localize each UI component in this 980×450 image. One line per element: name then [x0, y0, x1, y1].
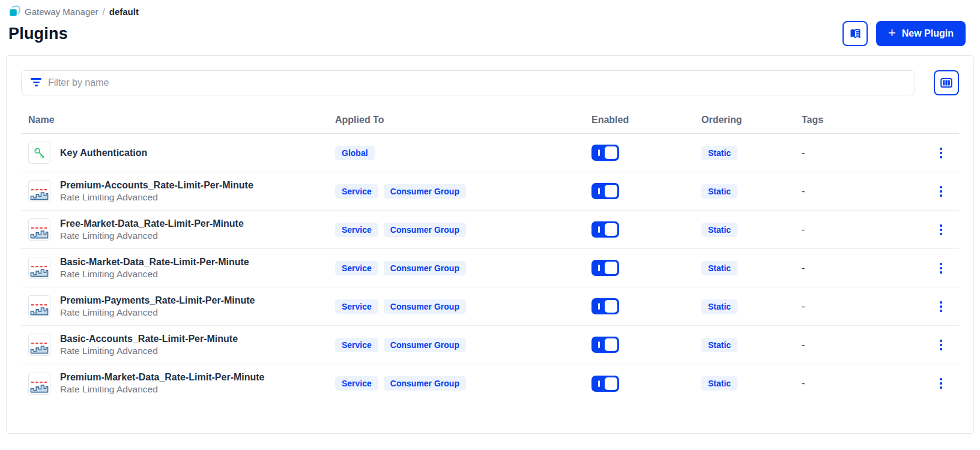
applied-to-badge: Service — [335, 184, 378, 199]
applied-to-badge: Consumer Group — [384, 338, 466, 352]
breadcrumb-separator: / — [103, 7, 105, 17]
enabled-toggle[interactable] — [591, 376, 619, 392]
breadcrumb: Gateway Manager / default — [8, 5, 972, 18]
filter-by-name-input[interactable] — [21, 70, 915, 95]
applied-to-badge: Service — [335, 338, 378, 352]
name-cell: Free-Market-Data_Rate-Limit-Per-Minute R… — [21, 212, 328, 248]
applied-to-cell: Global — [328, 146, 584, 160]
tags-value: - — [802, 148, 805, 158]
kebab-menu-icon[interactable] — [937, 299, 945, 314]
enabled-toggle[interactable] — [591, 260, 619, 276]
tags-cell: - — [794, 340, 895, 350]
column-visibility-button[interactable] — [934, 70, 959, 95]
table-row[interactable]: Premium-Market-Data_Rate-Limit-Per-Minut… — [21, 364, 959, 403]
documentation-button[interactable] — [842, 21, 868, 46]
name-cell: Key Authentication — [21, 135, 328, 170]
enabled-cell — [584, 183, 694, 199]
applied-to-badge: Global — [335, 146, 375, 160]
row-actions-cell — [895, 184, 959, 199]
ordering-cell: Static — [694, 299, 794, 314]
table-row[interactable]: Premium-Payments_Rate-Limit-Per-Minute R… — [21, 287, 959, 326]
table-row[interactable]: Basic-Market-Data_Rate-Limit-Per-Minute … — [21, 249, 959, 287]
enabled-toggle[interactable] — [591, 145, 619, 161]
toggle-knob — [605, 300, 617, 313]
toggle-on-mark — [598, 265, 600, 271]
enabled-toggle[interactable] — [591, 183, 619, 199]
kebab-menu-icon[interactable] — [937, 145, 945, 161]
row-actions-cell — [895, 376, 959, 391]
plugin-name: Key Authentication — [60, 148, 147, 158]
toggle-on-mark — [598, 149, 600, 156]
table-row[interactable]: Key Authentication Global Static - — [21, 134, 959, 172]
row-actions-cell — [895, 299, 959, 314]
name-cell: Premium-Payments_Rate-Limit-Per-Minute R… — [21, 289, 328, 325]
applied-to-badge: Consumer Group — [384, 376, 466, 391]
column-header-ordering: Ordering — [694, 115, 794, 125]
table-header-row: Name Applied To Enabled Ordering Tags — [21, 106, 959, 134]
breadcrumb-gateway-manager[interactable]: Gateway Manager — [25, 7, 98, 17]
toggle-knob — [605, 377, 617, 390]
ordering-badge: Static — [701, 299, 737, 314]
name-cell: Premium-Market-Data_Rate-Limit-Per-Minut… — [21, 365, 328, 401]
rate-limit-icon — [28, 180, 50, 202]
tags-cell: - — [794, 263, 895, 274]
page-header: Gateway Manager / default Plugins + — [0, 0, 980, 46]
toggle-on-mark — [598, 226, 600, 233]
plugin-type: Rate Limiting Advanced — [60, 307, 255, 318]
row-actions-cell — [895, 260, 959, 276]
plugin-name: Basic-Accounts_Rate-Limit-Per-Minute — [60, 334, 238, 344]
ordering-badge: Static — [701, 184, 737, 199]
applied-to-badge: Consumer Group — [384, 299, 466, 314]
enabled-toggle[interactable] — [591, 337, 619, 353]
plugin-name: Basic-Market-Data_Rate-Limit-Per-Minute — [60, 257, 249, 268]
name-cell: Basic-Accounts_Rate-Limit-Per-Minute Rat… — [21, 327, 328, 363]
applied-to-badge: Consumer Group — [384, 184, 466, 199]
applied-to-cell: ServiceConsumer Group — [328, 184, 584, 199]
kebab-menu-icon[interactable] — [937, 337, 945, 353]
tags-cell: - — [794, 186, 895, 197]
plugin-name: Free-Market-Data_Rate-Limit-Per-Minute — [60, 218, 244, 229]
row-actions-cell — [895, 222, 959, 238]
rate-limit-icon — [28, 295, 50, 317]
plugins-table: Name Applied To Enabled Ordering Tags Ke… — [21, 106, 959, 403]
plugin-name: Premium-Market-Data_Rate-Limit-Per-Minut… — [60, 372, 265, 383]
table-row[interactable]: Premium-Accounts_Rate-Limit-Per-Minute R… — [21, 172, 959, 211]
plugin-name: Premium-Accounts_Rate-Limit-Per-Minute — [60, 180, 253, 191]
applied-to-badge: Consumer Group — [384, 223, 466, 237]
row-actions-cell — [895, 145, 959, 161]
applied-to-cell: ServiceConsumer Group — [328, 299, 584, 314]
tags-value: - — [802, 224, 805, 235]
ordering-cell: Static — [694, 223, 794, 237]
kebab-menu-icon[interactable] — [937, 376, 945, 391]
enabled-toggle[interactable] — [591, 221, 619, 238]
new-plugin-label: New Plugin — [902, 28, 954, 39]
enabled-toggle[interactable] — [591, 298, 619, 314]
plugin-type: Rate Limiting Advanced — [60, 384, 265, 395]
enabled-cell — [584, 145, 694, 161]
new-plugin-button[interactable]: + New Plugin — [876, 21, 966, 46]
kebab-menu-icon[interactable] — [937, 260, 945, 276]
ordering-badge: Static — [701, 146, 737, 160]
ordering-badge: Static — [701, 223, 737, 237]
name-cell: Basic-Market-Data_Rate-Limit-Per-Minute … — [21, 250, 328, 286]
applied-to-cell: ServiceConsumer Group — [328, 376, 584, 391]
book-icon — [848, 26, 862, 41]
toggle-on-mark — [598, 341, 600, 348]
applied-to-cell: ServiceConsumer Group — [328, 261, 584, 275]
table-row[interactable]: Free-Market-Data_Rate-Limit-Per-Minute R… — [21, 211, 959, 249]
enabled-cell — [584, 376, 694, 392]
tags-value: - — [802, 263, 805, 274]
rate-limit-icon — [28, 218, 50, 241]
tags-value: - — [802, 378, 805, 389]
toggle-on-mark — [598, 303, 600, 310]
kebab-menu-icon[interactable] — [937, 222, 945, 238]
breadcrumb-current[interactable]: default — [109, 7, 139, 17]
ordering-cell: Static — [694, 146, 794, 160]
enabled-cell — [584, 337, 694, 353]
key-icon — [28, 142, 50, 164]
kebab-menu-icon[interactable] — [937, 184, 945, 199]
table-row[interactable]: Basic-Accounts_Rate-Limit-Per-Minute Rat… — [21, 326, 959, 364]
enabled-cell — [584, 298, 694, 314]
applied-to-badge: Service — [335, 261, 378, 275]
row-actions-cell — [895, 337, 959, 353]
